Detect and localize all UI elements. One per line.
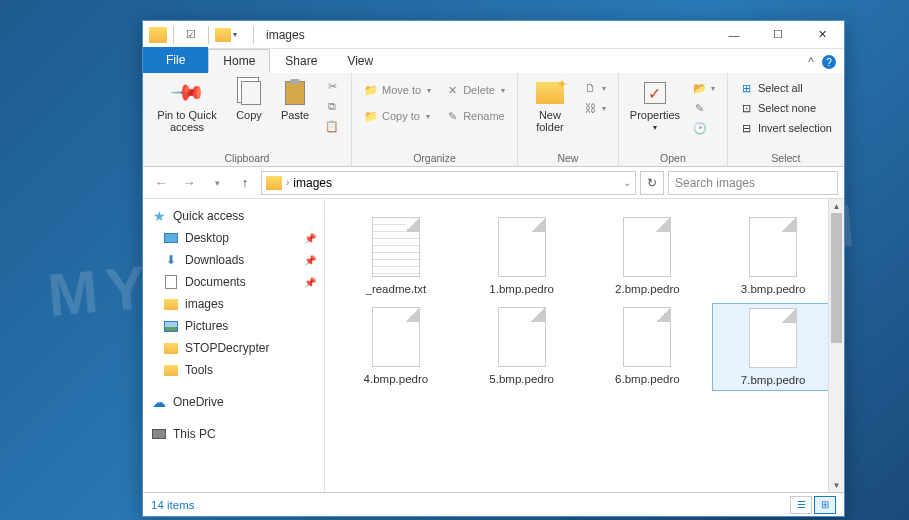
select-none-button[interactable]: ⊡Select none	[736, 99, 836, 117]
properties-label: Properties	[630, 109, 680, 121]
easy-access-button[interactable]: ⛓▾	[580, 99, 610, 117]
paste-shortcut-button[interactable]: 📋	[321, 117, 343, 135]
maximize-button[interactable]: ☐	[756, 21, 800, 49]
qat-dropdown-icon[interactable]: ▾	[233, 30, 247, 39]
scroll-down-icon[interactable]: ▼	[829, 478, 844, 492]
sidebar-item-this-pc[interactable]: This PC	[143, 423, 324, 445]
sidebar-item-images[interactable]: images	[143, 293, 324, 315]
back-button[interactable]: ←	[149, 171, 173, 195]
new-item-button[interactable]: 🗋▾	[580, 79, 610, 97]
qat-properties-icon[interactable]: ☑	[180, 24, 202, 46]
blank-file-icon	[498, 307, 546, 367]
title-bar: ☑ ▾ images — ☐ ✕	[143, 21, 844, 49]
delete-button[interactable]: ✕Delete▾	[441, 81, 509, 99]
copy-to-button[interactable]: 📁Copy to▾	[360, 107, 435, 125]
pin-icon: 📌	[304, 277, 316, 288]
star-icon: ★	[151, 208, 167, 224]
window-controls: — ☐ ✕	[712, 21, 844, 49]
open-icon: 📂	[693, 81, 707, 95]
file-item[interactable]: 3.bmp.pedro	[712, 213, 834, 299]
icons-view-button[interactable]: ⊞	[814, 496, 836, 514]
sidebar-item-tools[interactable]: Tools	[143, 359, 324, 381]
vertical-scrollbar[interactable]: ▲ ▼	[828, 199, 844, 492]
sidebar-item-pictures[interactable]: Pictures	[143, 315, 324, 337]
search-input[interactable]: Search images	[668, 171, 838, 195]
paste-icon	[285, 81, 305, 105]
file-item[interactable]: 2.bmp.pedro	[587, 213, 709, 299]
edit-icon: ✎	[693, 101, 707, 115]
file-item[interactable]: 1.bmp.pedro	[461, 213, 583, 299]
file-label: 2.bmp.pedro	[615, 283, 680, 295]
rename-button[interactable]: ✎Rename	[441, 107, 509, 125]
tab-view[interactable]: View	[332, 49, 388, 73]
copy-to-icon: 📁	[364, 109, 378, 123]
copy-label: Copy	[236, 109, 262, 121]
tab-file[interactable]: File	[143, 47, 208, 73]
file-item[interactable]: 7.bmp.pedro	[712, 303, 834, 391]
up-button[interactable]: ↑	[233, 171, 257, 195]
refresh-button[interactable]: ↻	[640, 171, 664, 195]
address-dropdown-icon[interactable]: ⌄	[623, 177, 631, 188]
ribbon-group-organize: 📁Move to▾ 📁Copy to▾ ✕Delete▾ ✎Rename Org…	[352, 73, 518, 166]
copy-button[interactable]: Copy	[229, 77, 269, 123]
select-all-icon: ⊞	[740, 81, 754, 95]
sidebar-item-quick-access[interactable]: ★Quick access	[143, 205, 324, 227]
ribbon-group-select: ⊞Select all ⊡Select none ⊟Invert selecti…	[728, 73, 844, 166]
file-item[interactable]: 6.bmp.pedro	[587, 303, 709, 391]
new-folder-label: New folder	[528, 109, 572, 133]
forward-button[interactable]: →	[177, 171, 201, 195]
new-folder-button[interactable]: New folder	[526, 77, 574, 135]
pin-to-quick-access-button[interactable]: 📌 Pin to Quick access	[151, 77, 223, 135]
new-folder-icon	[536, 82, 564, 104]
history-button[interactable]: 🕑	[689, 119, 719, 137]
pc-icon	[151, 426, 167, 442]
chevron-right-icon[interactable]: ›	[286, 177, 289, 188]
invert-selection-button[interactable]: ⊟Invert selection	[736, 119, 836, 137]
window-title: images	[266, 28, 305, 42]
group-label: Select	[736, 150, 836, 164]
details-view-button[interactable]: ☰	[790, 496, 812, 514]
open-button[interactable]: 📂▾	[689, 79, 719, 97]
breadcrumb[interactable]: images	[293, 176, 332, 190]
file-item[interactable]: _readme.txt	[335, 213, 457, 299]
help-icon[interactable]: ?	[822, 55, 836, 69]
scrollbar-thumb[interactable]	[831, 213, 842, 343]
recent-locations-button[interactable]: ▾	[205, 171, 229, 195]
minimize-button[interactable]: —	[712, 21, 756, 49]
content-area: ★Quick access Desktop📌 ⬇Downloads📌 Docum…	[143, 199, 844, 492]
folder-icon	[163, 362, 179, 378]
sidebar-item-desktop[interactable]: Desktop📌	[143, 227, 324, 249]
file-item[interactable]: 5.bmp.pedro	[461, 303, 583, 391]
tab-home[interactable]: Home	[208, 49, 270, 73]
sidebar-item-documents[interactable]: Documents📌	[143, 271, 324, 293]
sidebar-item-stopdecrypter[interactable]: STOPDecrypter	[143, 337, 324, 359]
separator	[253, 26, 254, 44]
blank-file-icon	[372, 307, 420, 367]
properties-button[interactable]: ✓ Properties ▾	[627, 77, 683, 134]
scroll-up-icon[interactable]: ▲	[829, 199, 844, 213]
group-label: Open	[627, 150, 719, 164]
file-item[interactable]: 4.bmp.pedro	[335, 303, 457, 391]
ribbon-collapse-icon[interactable]: ^	[808, 55, 814, 69]
easy-access-icon: ⛓	[584, 101, 598, 115]
paste-button[interactable]: Paste	[275, 77, 315, 123]
close-button[interactable]: ✕	[800, 21, 844, 49]
pin-icon: 📌	[304, 233, 316, 244]
separator	[173, 26, 174, 44]
file-label: 4.bmp.pedro	[364, 373, 429, 385]
folder-icon	[215, 28, 231, 42]
document-icon	[163, 274, 179, 290]
select-all-button[interactable]: ⊞Select all	[736, 79, 836, 97]
copy-path-button[interactable]: ⧉	[321, 97, 343, 115]
tab-share[interactable]: Share	[270, 49, 332, 73]
address-bar[interactable]: › images ⌄	[261, 171, 636, 195]
edit-button[interactable]: ✎	[689, 99, 719, 117]
cut-button[interactable]: ✂	[321, 77, 343, 95]
file-label: 6.bmp.pedro	[615, 373, 680, 385]
sidebar-item-downloads[interactable]: ⬇Downloads📌	[143, 249, 324, 271]
sidebar-item-onedrive[interactable]: ☁OneDrive	[143, 391, 324, 413]
move-to-button[interactable]: 📁Move to▾	[360, 81, 435, 99]
blank-file-icon	[749, 217, 797, 277]
ribbon-group-open: ✓ Properties ▾ 📂▾ ✎ 🕑 Open	[619, 73, 728, 166]
paste-label: Paste	[281, 109, 309, 121]
